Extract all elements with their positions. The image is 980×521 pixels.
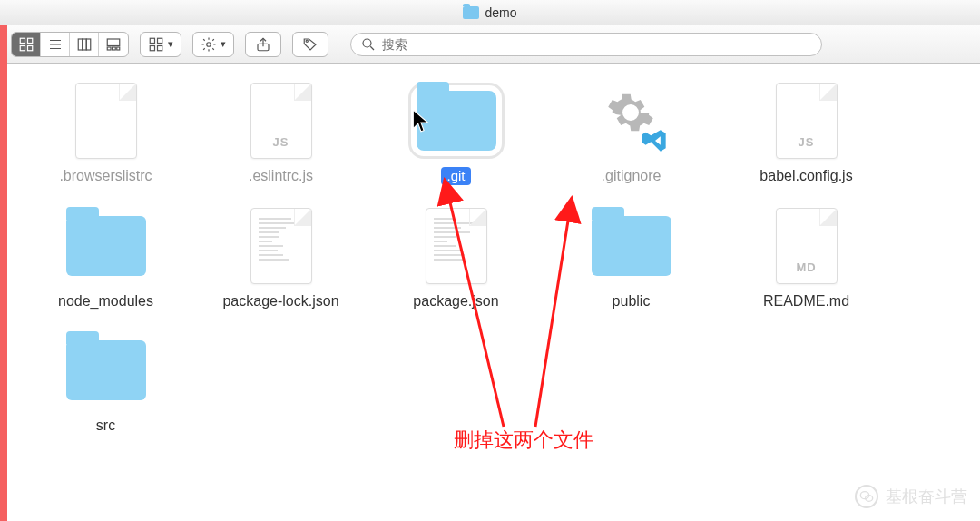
svg-rect-12: [113, 47, 116, 50]
file-label: node_modules: [58, 292, 153, 310]
chevron-down-icon: ▾: [220, 38, 226, 50]
mouse-cursor-icon: [412, 109, 432, 134]
svg-rect-7: [78, 39, 83, 50]
file-item[interactable]: JSbabel.config.js: [722, 80, 890, 185]
folder-icon: [56, 329, 156, 411]
file-item[interactable]: JS.eslintrc.js: [197, 80, 365, 185]
action-gear-button[interactable]: ▾: [192, 32, 234, 57]
svg-rect-2: [20, 45, 24, 50]
view-columns[interactable]: [70, 33, 99, 56]
watermark: 基根奋斗营: [855, 485, 967, 508]
file-icon: [582, 80, 681, 162]
file-label: .browserslistrc: [59, 167, 152, 184]
svg-rect-15: [158, 38, 162, 43]
view-gallery[interactable]: [99, 33, 128, 56]
file-label: public: [612, 292, 651, 310]
file-icon: [407, 205, 506, 287]
annotation-text: 删掉这两个文件: [454, 427, 593, 454]
view-list[interactable]: [41, 33, 70, 56]
svg-rect-13: [117, 47, 120, 50]
file-item[interactable]: .browserslistrc: [22, 80, 190, 185]
file-label: .eslintrc.js: [249, 167, 313, 184]
file-grid: .browserslistrcJS.eslintrc.js.git .gitig…: [22, 80, 958, 434]
file-item[interactable]: .git: [372, 80, 540, 185]
file-label: package-lock.json: [222, 292, 338, 310]
file-browser-content: .browserslistrcJS.eslintrc.js.git .gitig…: [0, 64, 980, 521]
svg-rect-3: [27, 45, 32, 50]
svg-rect-8: [82, 39, 86, 50]
svg-rect-16: [150, 45, 154, 50]
svg-rect-14: [150, 38, 154, 43]
svg-rect-9: [86, 39, 91, 50]
view-icon-grid[interactable]: [12, 33, 41, 56]
file-icon: JS: [757, 80, 857, 162]
search-icon: [360, 36, 377, 53]
file-icon: [231, 205, 331, 287]
svg-rect-1: [27, 38, 32, 43]
folder-icon: [56, 205, 156, 287]
tag-button[interactable]: [292, 32, 328, 57]
svg-line-22: [370, 46, 374, 50]
svg-point-18: [207, 42, 211, 46]
file-icon: JS: [231, 80, 331, 162]
view-mode-segment: [11, 32, 129, 57]
wechat-icon: [855, 485, 878, 508]
file-label: .gitignore: [602, 167, 662, 184]
file-item[interactable]: MDREADME.md: [722, 205, 890, 310]
chevron-down-icon: ▾: [168, 38, 173, 50]
file-label: .git: [441, 167, 470, 185]
left-edge-strip: [0, 25, 7, 521]
file-label: README.md: [763, 292, 849, 310]
svg-rect-0: [20, 38, 24, 43]
file-label: babel.config.js: [760, 167, 852, 184]
search-field[interactable]: [350, 33, 822, 56]
svg-rect-11: [107, 47, 111, 50]
file-item[interactable]: node_modules: [22, 205, 190, 310]
svg-point-21: [363, 39, 371, 47]
window-title: demo: [485, 5, 516, 20]
file-item[interactable]: .gitignore: [547, 80, 715, 185]
svg-rect-10: [107, 39, 120, 46]
window-titlebar: demo: [0, 0, 980, 25]
folder-icon: [463, 6, 479, 19]
file-icon: MD: [757, 205, 857, 287]
file-item[interactable]: public: [547, 205, 715, 310]
file-icon: [56, 80, 156, 162]
file-label: src: [96, 417, 115, 434]
svg-point-20: [306, 40, 308, 42]
search-input[interactable]: [382, 37, 812, 52]
folder-icon: [582, 205, 681, 287]
toolbar: ▾ ▾: [0, 25, 980, 64]
svg-rect-17: [158, 45, 162, 50]
share-button[interactable]: [245, 32, 281, 57]
file-item[interactable]: package.json: [372, 205, 540, 310]
file-item[interactable]: package-lock.json: [197, 205, 365, 310]
group-by-button[interactable]: ▾: [140, 32, 181, 57]
file-label: package.json: [413, 292, 498, 310]
file-item[interactable]: src: [22, 329, 190, 434]
watermark-text: 基根奋斗营: [886, 486, 967, 507]
